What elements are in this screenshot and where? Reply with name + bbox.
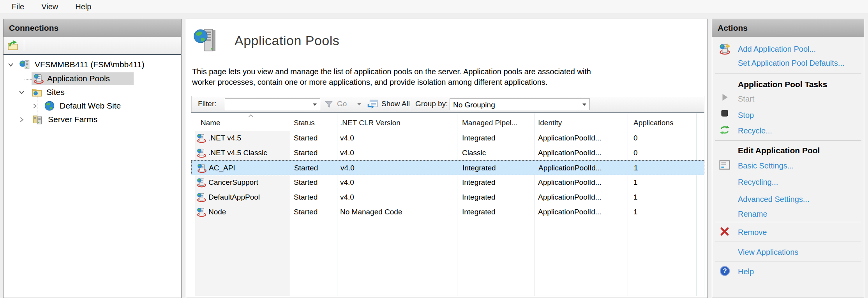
go-button[interactable]: Go [337, 100, 347, 108]
cell-identity: ApplicationPoolId... [538, 164, 602, 172]
tree-item-application-pools[interactable]: Application Pools [4, 72, 181, 86]
recycle-icon [717, 125, 732, 135]
actions-group-edit-application-pool: Edit Application Pool [712, 144, 864, 157]
tree-item-label: Server Farms [48, 115, 97, 124]
tree-item-sites[interactable]: Sites [4, 86, 181, 99]
cell-status: Started [294, 149, 318, 157]
tree-item-default-web-site[interactable]: Default Web Site [4, 99, 181, 113]
toolbar-separator [24, 40, 24, 51]
column-header-status[interactable]: Status [294, 119, 315, 127]
main-panel: Application Pools This page lets you vie… [186, 19, 708, 298]
start-icon [717, 93, 732, 102]
table-row[interactable]: .NET v4.5 Classic Started v4.0 Classic A… [191, 145, 704, 160]
filter-label: Filter: [198, 100, 217, 108]
cell-pipeline: Integrated [462, 193, 496, 202]
cell-applications: 0 [633, 134, 638, 142]
actions-separator [715, 242, 861, 242]
list-header-row: Name Status .NET CLR Version Managed Pip… [191, 113, 704, 131]
column-header-managed-pipeline[interactable]: Managed Pipel... [462, 119, 518, 127]
sort-ascending-icon [248, 114, 254, 117]
table-row[interactable]: .NET v4.5 Started v4.0 Integrated Applic… [191, 131, 704, 145]
column-header-clr-version[interactable]: .NET CLR Version [340, 119, 400, 127]
filter-go-funnel-icon [325, 100, 333, 109]
chevron-right-icon[interactable] [32, 103, 38, 109]
basic-settings-icon [717, 160, 732, 170]
filter-input[interactable] [225, 98, 320, 110]
cell-name: AC_API [209, 164, 235, 172]
cell-identity: ApplicationPoolId... [538, 178, 602, 187]
application-pools-feature-icon [193, 27, 217, 53]
cell-clr: v4.0 [340, 134, 354, 142]
actions-title: Actions [718, 23, 748, 33]
actions-separator [715, 74, 861, 74]
show-all-button[interactable]: Show All [381, 100, 410, 108]
action-label: Recycling... [738, 178, 778, 187]
action-label: Add Application Pool... [738, 45, 816, 54]
action-label: Basic Settings... [738, 161, 794, 170]
cell-clr: v4.0 [340, 149, 354, 157]
action-label: Set Application Pool Defaults... [738, 59, 845, 68]
action-view-applications[interactable]: View Applications [712, 246, 864, 259]
connections-panel: Connections VFSMMBB411 (FSM\mbb411) [3, 19, 182, 298]
actions-group-application-pool-tasks: Application Pool Tasks [712, 78, 864, 91]
page-title: Application Pools [235, 33, 339, 48]
cell-applications: 0 [633, 149, 638, 157]
server-farm-icon [32, 114, 43, 125]
application-pool-icon [197, 163, 207, 173]
actions-group-header: Edit Application Pool [738, 146, 820, 155]
group-by-select[interactable]: No Grouping [450, 98, 590, 110]
action-rename[interactable]: Rename [712, 208, 864, 221]
page-description-line1: This page lets you view and manage the l… [192, 67, 591, 76]
action-label: Remove [738, 228, 767, 237]
action-advanced-settings[interactable]: Advanced Settings... [712, 193, 864, 206]
chevron-right-icon[interactable] [18, 116, 25, 123]
tree-item-server[interactable]: VFSMMBB411 (FSM\mbb411) [4, 58, 181, 72]
chevron-down-icon[interactable] [7, 61, 14, 68]
action-label: View Applications [738, 248, 798, 257]
cell-status: Started [294, 208, 318, 216]
menu-help[interactable]: Help [75, 2, 91, 11]
cell-pipeline: Integrated [462, 134, 496, 142]
table-row-selected[interactable]: AC_API Started v4.0 Integrated Applicati… [191, 160, 704, 175]
menu-file[interactable]: File [12, 2, 24, 11]
save-connection-icon[interactable] [7, 40, 18, 51]
chevron-down-icon[interactable] [313, 103, 317, 106]
table-row[interactable]: DefaultAppPool Started v4.0 Integrated A… [191, 190, 704, 205]
cell-applications: 1 [633, 193, 638, 202]
application-pool-icon [196, 177, 206, 188]
menu-bar: File View Help [0, 0, 868, 13]
column-header-identity[interactable]: Identity [538, 119, 562, 127]
table-row[interactable]: Node Started No Managed Code Integrated … [191, 205, 704, 219]
cell-pipeline: Integrated [462, 164, 496, 172]
action-help[interactable]: ? Help [712, 266, 864, 278]
table-row[interactable]: CancerSupport Started v4.0 Integrated Ap… [191, 175, 704, 190]
cell-pipeline: Integrated [462, 208, 496, 216]
action-recycling[interactable]: Recycling... [712, 176, 864, 189]
action-label: Stop [738, 111, 754, 120]
cell-clr: v4.0 [340, 178, 354, 187]
svg-text:?: ? [723, 267, 727, 275]
column-header-name[interactable]: Name [201, 119, 221, 127]
actions-separator [715, 222, 861, 222]
action-remove[interactable]: Remove [712, 226, 864, 239]
action-stop[interactable]: Stop [712, 109, 864, 122]
cell-applications: 1 [634, 164, 638, 172]
go-options-caret-icon[interactable] [357, 103, 361, 105]
connections-toolbar [4, 37, 181, 55]
action-label: Help [738, 267, 754, 276]
action-basic-settings[interactable]: Basic Settings... [712, 160, 864, 172]
action-add-application-pool[interactable]: Add Application Pool... [712, 43, 864, 56]
cell-identity: ApplicationPoolId... [538, 149, 602, 157]
action-start[interactable]: Start [712, 93, 864, 105]
application-pool-icon [196, 207, 206, 217]
chevron-down-icon[interactable] [582, 103, 586, 106]
column-header-applications[interactable]: Applications [633, 119, 673, 127]
iis-manager-window: File View Help Connections [0, 0, 868, 298]
action-set-application-pool-defaults[interactable]: Set Application Pool Defaults... [712, 57, 864, 70]
menu-view[interactable]: View [41, 2, 58, 11]
chevron-down-icon[interactable] [18, 89, 25, 96]
web-site-globe-icon [44, 100, 55, 111]
action-recycle[interactable]: Recycle... [712, 125, 864, 137]
actions-panel: Actions Add Application Pool... Set Appl… [712, 19, 864, 298]
tree-item-server-farms[interactable]: Server Farms [4, 113, 181, 126]
